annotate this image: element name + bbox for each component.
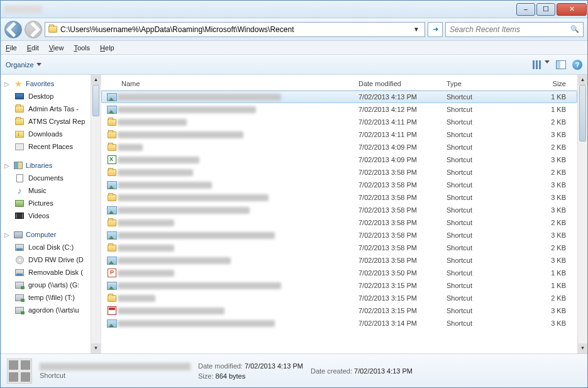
file-name-blur — [118, 219, 358, 226]
file-row[interactable]: 7/02/2013 4:09 PMShortcut2 KB — [101, 141, 577, 153]
scroll-thumb[interactable] — [579, 85, 586, 141]
file-list: Name Date modified Type Size 7/02/2013 4… — [101, 75, 577, 353]
sidebar-item-videos[interactable]: Videos — [1, 209, 101, 222]
file-size: 1 KB — [522, 269, 572, 277]
file-type: Shortcut — [447, 257, 522, 264]
file-type-icon — [106, 142, 118, 152]
file-type-icon — [106, 155, 118, 165]
organize-button[interactable]: Organize — [6, 61, 42, 69]
recent-icon — [14, 141, 25, 152]
file-row[interactable]: 7/02/2013 4:13 PMShortcut1 KB — [101, 91, 577, 103]
sidebar-item-atms[interactable]: ATMS Crystal Rep — [1, 115, 101, 128]
file-row[interactable]: 7/02/2013 3:50 PMShortcut1 KB — [101, 267, 577, 279]
list-scrollbar[interactable]: ▲ ▼ — [577, 75, 587, 353]
scroll-up-icon[interactable]: ▲ — [578, 75, 587, 85]
file-row[interactable]: 7/02/2013 3:58 PMShortcut3 KB — [101, 254, 577, 267]
file-row[interactable]: 7/02/2013 4:12 PMShortcut1 KB — [101, 103, 577, 116]
file-name-blur — [118, 119, 358, 126]
col-size[interactable]: Size — [522, 80, 572, 87]
file-row[interactable]: 7/02/2013 3:58 PMShortcut3 KB — [101, 179, 577, 191]
details-date-modified: Date modified: 7/02/2013 4:13 PM — [198, 362, 303, 370]
file-row[interactable]: 7/02/2013 3:58 PMShortcut3 KB — [101, 191, 577, 204]
file-date: 7/02/2013 3:50 PM — [358, 269, 447, 277]
file-type-icon — [106, 218, 118, 228]
file-name-blur — [118, 169, 358, 176]
address-dropdown[interactable]: ▼ — [411, 26, 422, 33]
file-row[interactable]: 7/02/2013 4:09 PMShortcut3 KB — [101, 153, 577, 166]
file-type-icon — [106, 130, 118, 140]
close-button[interactable]: ✕ — [557, 3, 587, 16]
menu-view[interactable]: View — [49, 44, 64, 52]
scroll-down-icon[interactable]: ▼ — [91, 343, 101, 353]
sidebar-item-dvd[interactable]: DVD RW Drive (D — [1, 253, 101, 266]
back-button[interactable] — [4, 21, 22, 38]
sidebar-item-netdrive-t[interactable]: temp (\\file) (T:) — [1, 291, 101, 304]
file-row[interactable]: 7/02/2013 3:15 PMShortcut3 KB — [101, 304, 577, 317]
file-size: 2 KB — [522, 219, 572, 226]
nav-scrollbar[interactable]: ▲ ▼ — [91, 75, 101, 353]
file-row[interactable]: 7/02/2013 3:15 PMShortcut2 KB — [101, 292, 577, 304]
sidebar-item-pictures[interactable]: Pictures — [1, 197, 101, 209]
file-row[interactable]: 7/02/2013 3:58 PMShortcut2 KB — [101, 166, 577, 179]
file-row[interactable]: 7/02/2013 4:11 PMShortcut2 KB — [101, 116, 577, 128]
address-input[interactable] — [60, 25, 408, 34]
col-date[interactable]: Date modified — [358, 80, 447, 87]
sidebar-item-netdrive-u[interactable]: agordon (\\arts\u — [1, 304, 101, 316]
file-type-icon — [106, 306, 118, 316]
scroll-up-icon[interactable]: ▲ — [91, 75, 101, 85]
file-row[interactable]: 7/02/2013 3:58 PMShortcut2 KB — [101, 216, 577, 229]
file-name-blur — [118, 144, 358, 151]
address-bar[interactable]: ▼ — [45, 22, 425, 37]
sidebar-item-localdisk[interactable]: Local Disk (C:) — [1, 241, 101, 253]
file-row[interactable]: 7/02/2013 3:58 PMShortcut3 KB — [101, 229, 577, 241]
preview-pane-button[interactable] — [556, 60, 566, 69]
file-date: 7/02/2013 3:15 PM — [358, 294, 447, 302]
file-size: 2 KB — [522, 118, 572, 126]
sidebar-item-netdrive-g[interactable]: group (\\arts) (G: — [1, 279, 101, 291]
search-input[interactable] — [450, 25, 570, 34]
scroll-thumb[interactable] — [92, 85, 99, 116]
sidebar-item-admin[interactable]: Admin Arts Tas - — [1, 103, 101, 115]
scroll-down-icon[interactable]: ▼ — [578, 343, 587, 353]
menu-help[interactable]: Help — [100, 44, 114, 52]
file-date: 7/02/2013 3:14 PM — [358, 319, 447, 327]
computer-header[interactable]: ▷Computer — [1, 228, 101, 241]
libraries-header[interactable]: ▷Libraries — [1, 159, 101, 172]
maximize-button[interactable]: ☐ — [536, 3, 555, 16]
file-type: Shortcut — [447, 181, 522, 189]
sidebar-item-documents[interactable]: Documents — [1, 172, 101, 184]
sidebar-item-removable[interactable]: Removable Disk ( — [1, 266, 101, 279]
col-type[interactable]: Type — [447, 80, 522, 87]
help-button[interactable]: ? — [572, 60, 582, 70]
desktop-icon — [14, 91, 25, 101]
file-row[interactable]: 7/02/2013 3:58 PMShortcut2 KB — [101, 241, 577, 254]
minimize-button[interactable]: − — [516, 3, 535, 16]
network-drive-icon — [14, 305, 25, 315]
forward-button[interactable] — [25, 21, 42, 38]
file-row[interactable]: 7/02/2013 3:58 PMShortcut3 KB — [101, 204, 577, 216]
file-row[interactable]: 7/02/2013 3:15 PMShortcut1 KB — [101, 279, 577, 292]
body: ▷★Favorites Desktop Admin Arts Tas - ATM… — [1, 75, 587, 353]
view-button[interactable] — [533, 60, 550, 69]
menu-file[interactable]: File — [6, 44, 17, 52]
file-date: 7/02/2013 3:58 PM — [358, 181, 447, 189]
menu-tools[interactable]: Tools — [74, 44, 90, 52]
favorites-header[interactable]: ▷★Favorites — [1, 77, 101, 90]
file-size: 3 KB — [522, 206, 572, 214]
go-button[interactable]: ➜ — [428, 22, 443, 37]
file-type-icon — [106, 104, 118, 114]
sidebar-item-desktop[interactable]: Desktop — [1, 90, 101, 103]
file-date: 7/02/2013 3:58 PM — [358, 206, 447, 214]
file-date: 7/02/2013 3:58 PM — [358, 231, 447, 239]
col-name[interactable]: Name — [106, 80, 358, 87]
sidebar-item-recent[interactable]: Recent Places — [1, 140, 101, 153]
file-row[interactable]: 7/02/2013 4:11 PMShortcut3 KB — [101, 128, 577, 141]
window-title-blur — [4, 6, 42, 13]
disk-icon — [14, 267, 25, 277]
menu-edit[interactable]: Edit — [27, 44, 39, 52]
titlebar[interactable]: − ☐ ✕ — [1, 1, 587, 18]
sidebar-item-music[interactable]: ♪Music — [1, 184, 101, 197]
sidebar-item-downloads[interactable]: Downloads — [1, 128, 101, 140]
file-row[interactable]: 7/02/2013 3:14 PMShortcut3 KB — [101, 317, 577, 330]
search-box[interactable]: 🔍 — [445, 22, 584, 37]
